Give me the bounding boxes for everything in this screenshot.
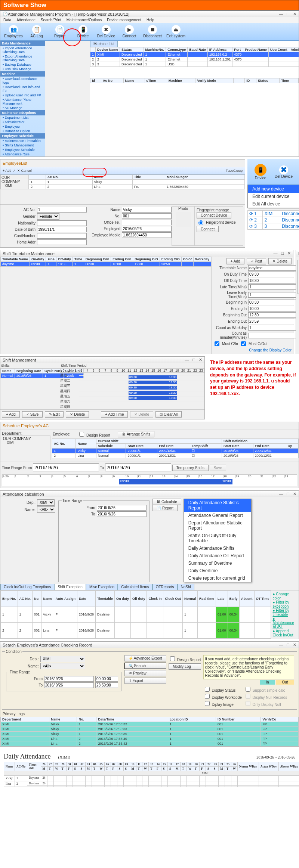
tt-name-input[interactable] bbox=[248, 265, 298, 271]
report-menu-item[interactable]: Staff's On-Duty/Off-Duty Timetable bbox=[184, 532, 251, 545]
sidebar-item[interactable]: • Department List bbox=[0, 115, 45, 120]
s-dep-select[interactable]: XIMI bbox=[40, 656, 85, 662]
cancel-button[interactable]: ✕ Cancel bbox=[17, 169, 32, 173]
connect-device-button[interactable]: Connect Device bbox=[197, 212, 231, 218]
company-tree[interactable]: OUR COMPANY XIMI bbox=[0, 174, 29, 189]
simple-calc-check[interactable] bbox=[246, 687, 250, 692]
lower-grid[interactable]: IdAc NoNamesTimeMachineVerify ModeIDStat… bbox=[90, 78, 299, 83]
card-input[interactable] bbox=[37, 233, 87, 239]
menu-maintenance[interactable]: Maintenance/Options bbox=[67, 18, 102, 22]
search-button[interactable]: 🔍 Search bbox=[124, 663, 166, 669]
s-from-d[interactable] bbox=[44, 676, 94, 682]
fp-radio[interactable] bbox=[198, 220, 203, 225]
close-icon[interactable]: ✕ bbox=[293, 12, 296, 16]
birth-input[interactable] bbox=[37, 227, 87, 232]
no-input[interactable] bbox=[122, 213, 172, 219]
sidebar-item[interactable]: • Employee bbox=[0, 124, 45, 129]
add-button[interactable]: + Add bbox=[3, 169, 11, 173]
s-to-t[interactable] bbox=[95, 682, 118, 688]
calculate-button[interactable]: 🖩 Calculate bbox=[152, 499, 181, 505]
sidebar-item[interactable]: • Import Attendance Checking Data bbox=[0, 46, 45, 54]
machine-list-grid[interactable]: Device NameStatusMachineNo.Comm.typeBaud… bbox=[90, 47, 299, 67]
search-grid[interactable]: DepartmentNameNo.Date/TimeLocation IDID … bbox=[0, 717, 299, 746]
tr-from[interactable] bbox=[33, 464, 99, 471]
menu-search[interactable]: Search/Print bbox=[41, 18, 61, 22]
savedash-button[interactable]: ✓ bbox=[13, 169, 16, 173]
tt-ein-input[interactable] bbox=[248, 306, 298, 311]
sm-deltime-button[interactable]: ✕ Delete bbox=[130, 411, 153, 418]
disp-image-check[interactable] bbox=[205, 701, 210, 706]
export-button[interactable]: ⇪ Export bbox=[124, 678, 166, 684]
tt-leave-input[interactable] bbox=[248, 292, 298, 298]
tel-input[interactable] bbox=[122, 220, 172, 225]
report-menu-item[interactable]: Daily Attendance Shifts bbox=[184, 545, 251, 552]
adv-export-button[interactable]: ⚡ Advanced Export bbox=[124, 655, 166, 661]
tt-eout-input[interactable] bbox=[248, 319, 298, 324]
sidebar-item[interactable]: • Download user info and Fp bbox=[0, 85, 45, 93]
mustcin-check[interactable] bbox=[215, 341, 219, 346]
report-menu-item[interactable]: Daily Overtime bbox=[184, 567, 251, 574]
facegroup-button[interactable]: FaceGroup bbox=[226, 169, 243, 173]
s-to-d[interactable] bbox=[44, 682, 94, 688]
sm-save-button[interactable]: ✓ Save bbox=[22, 411, 43, 418]
sidebar-item[interactable]: • Database Option bbox=[0, 129, 45, 133]
sidebar-item[interactable]: • Maintenance Timetables bbox=[0, 139, 45, 143]
toolbar-del-device[interactable]: ✖Del Device bbox=[95, 24, 117, 39]
report-menu-item[interactable]: Daily Attendance OT Report bbox=[184, 552, 251, 559]
report-button[interactable]: 📄 Report bbox=[152, 505, 178, 511]
emp-input[interactable] bbox=[122, 226, 172, 232]
sidebar-item[interactable]: • Attendance Photo Management bbox=[0, 97, 45, 106]
sidebar-item[interactable]: • Download attendance logs bbox=[0, 77, 45, 85]
report-menu-item[interactable]: Daily Attendance Statistic Report bbox=[184, 499, 251, 512]
menu-data[interactable]: Data bbox=[3, 18, 11, 22]
calc-to[interactable] bbox=[97, 511, 147, 517]
photo-box[interactable]: Photo bbox=[172, 206, 195, 246]
s-from-t[interactable] bbox=[95, 676, 118, 682]
mob-input[interactable] bbox=[122, 232, 172, 238]
sched-save-button[interactable]: Save bbox=[210, 465, 226, 471]
menu-help[interactable]: Help bbox=[147, 18, 154, 22]
s-name-select[interactable]: <All> bbox=[40, 663, 85, 669]
side-link[interactable]: ● Maintenance AL/BL bbox=[272, 617, 297, 629]
employee-grid[interactable]: AC No.NameTitleMobile/Pager11Vicky22Lina… bbox=[29, 174, 245, 189]
calc-from[interactable] bbox=[97, 505, 147, 511]
preview-button[interactable]: 👁 Preview bbox=[124, 670, 166, 676]
connect-button[interactable]: Connect bbox=[197, 226, 219, 232]
menu-device[interactable]: Device management bbox=[107, 18, 141, 22]
side-link[interactable]: ● Filter by exception bbox=[272, 600, 297, 608]
sidebar-item[interactable]: • Attendance Rule bbox=[0, 152, 45, 156]
tt-onduty-input[interactable] bbox=[248, 272, 298, 277]
tt-late-input[interactable] bbox=[248, 284, 298, 290]
tt-offduty-input[interactable] bbox=[248, 278, 298, 283]
sidebar-item[interactable]: • Employee Schedule bbox=[0, 148, 45, 152]
sidebar-item[interactable]: • Export Attendance Checking Data bbox=[0, 54, 45, 62]
toolbar-ac-log[interactable]: 📋AC Log bbox=[26, 24, 47, 39]
sm-add-button[interactable]: + Add bbox=[2, 411, 20, 418]
tt-bout-input[interactable] bbox=[248, 312, 298, 318]
sidebar-item[interactable]: • Shifts Management bbox=[0, 143, 45, 148]
sm-addtime-button[interactable]: + Add Time bbox=[101, 411, 128, 418]
side-link[interactable]: ● Filter by timetable bbox=[272, 608, 297, 617]
connect-big-button[interactable]: ▶Connect bbox=[296, 165, 299, 179]
tab-machine-list[interactable]: Machine List bbox=[90, 41, 118, 47]
tt-count-input[interactable] bbox=[248, 333, 298, 338]
temp-shifts-button[interactable]: Temporary Shifts bbox=[172, 465, 209, 471]
toolbar-disconnect[interactable]: ⏹Disconnect bbox=[142, 24, 163, 39]
design-report-check[interactable] bbox=[170, 656, 175, 661]
toolbar-employees[interactable]: 👥Employees bbox=[3, 24, 24, 39]
add-device-item[interactable]: Add new device bbox=[248, 185, 299, 193]
sidebar-item[interactable]: • Usb Disk Manage bbox=[0, 67, 45, 71]
sidebar-item[interactable]: • Backup Database bbox=[0, 62, 45, 67]
name-input[interactable] bbox=[122, 207, 172, 213]
gender-select[interactable]: Female bbox=[37, 213, 59, 220]
arrange-button[interactable]: 🗓 Arrange Shifts bbox=[118, 431, 154, 437]
edit-device-item[interactable]: Edit current device bbox=[248, 193, 299, 200]
company-node[interactable]: XIMI bbox=[1, 184, 28, 188]
side-link[interactable]: ● Append Clock In/Out bbox=[272, 629, 297, 637]
tt-post-button[interactable]: ✓ Post bbox=[247, 258, 266, 264]
side-link[interactable]: ● Change color bbox=[272, 592, 297, 600]
deldevice-big-button[interactable]: ✖Del Device bbox=[273, 165, 295, 179]
mustcout-check[interactable] bbox=[241, 341, 246, 346]
tt-bin-input[interactable] bbox=[248, 300, 298, 305]
menu-attendance[interactable]: Attendance bbox=[16, 18, 36, 22]
